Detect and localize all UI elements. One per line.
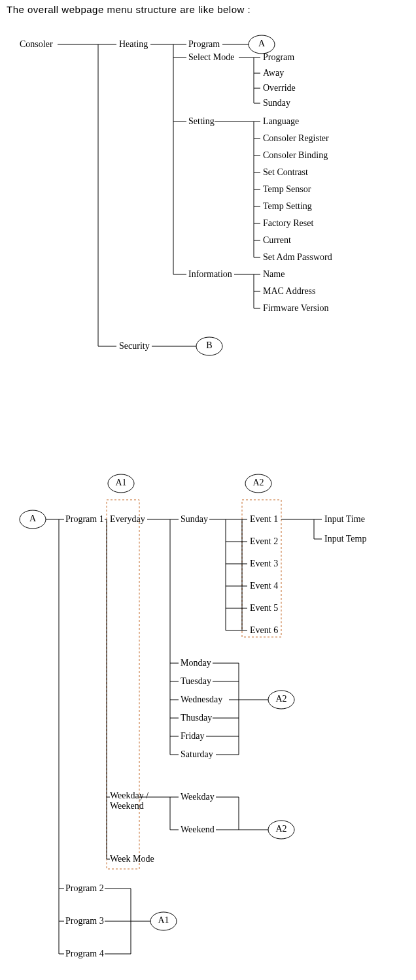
node-ww-weekend: Weekend (181, 825, 215, 835)
node-st-consoler-register: Consoler Register (263, 133, 329, 144)
node-consoler: Consoler (20, 39, 53, 50)
node-in-name: Name (263, 269, 285, 280)
ref-a2-ww: A2 (275, 824, 286, 834)
node-st-temp-sensor: Temp Sensor (263, 184, 311, 195)
node-input-time: Input Time (324, 514, 365, 525)
svg-rect-46 (107, 500, 139, 869)
node-day-sunday: Sunday (181, 514, 208, 525)
node-program: Program (188, 39, 220, 50)
node-day-monday: Monday (181, 658, 211, 668)
node-sm-away: Away (263, 68, 284, 78)
node-program-1: Program 1 (65, 514, 104, 525)
node-st-consoler-binding: Consoler Binding (263, 150, 328, 161)
node-security: Security (119, 341, 150, 351)
node-in-firmware: Firmware Version (263, 303, 328, 314)
node-st-language: Language (263, 116, 299, 127)
node-program-2: Program 2 (65, 883, 104, 894)
node-event-1: Event 1 (250, 514, 278, 525)
node-information: Information (188, 269, 232, 280)
node-select-mode: Select Mode (188, 52, 234, 63)
node-in-mac: MAC Address (263, 286, 316, 297)
node-sm-program: Program (263, 52, 294, 63)
node-day-wednesday: Wednesday (181, 694, 222, 705)
node-week-mode: Week Mode (110, 854, 154, 864)
ref-a-bottom: A (29, 514, 37, 523)
node-day-friday: Friday (181, 731, 205, 742)
node-event-4: Event 4 (250, 581, 278, 591)
node-day-saturday: Saturday (181, 749, 213, 760)
node-event-5: Event 5 (250, 603, 278, 613)
ref-a1-programs: A1 (158, 915, 169, 925)
node-program-4: Program 4 (65, 949, 104, 959)
node-ww-weekday: Weekday (181, 792, 215, 802)
ref-b: B (206, 340, 212, 350)
node-program-3: Program 3 (65, 916, 104, 926)
ref-a1-header: A1 (115, 478, 126, 487)
diagram-page: The overall webpage menu structure are l… (0, 0, 416, 980)
node-everyday: Everyday (110, 514, 145, 525)
node-input-temp: Input Temp (324, 534, 366, 544)
node-st-set-adm-password: Set Adm Password (263, 252, 332, 263)
node-event-3: Event 3 (250, 559, 278, 569)
node-st-current: Current (263, 235, 291, 246)
node-sm-override: Override (263, 83, 296, 93)
ref-a2-header: A2 (252, 478, 264, 487)
node-heating: Heating (119, 39, 148, 50)
node-event-2: Event 2 (250, 536, 278, 547)
ref-a2-days: A2 (275, 694, 286, 704)
node-sm-sunday: Sunday (263, 98, 290, 108)
node-weekday-weekend: Weekday / Weekend (110, 791, 148, 811)
node-st-factory-reset: Factory Reset (263, 218, 313, 229)
node-event-6: Event 6 (250, 625, 278, 636)
node-setting: Setting (188, 116, 215, 127)
node-day-tuesday: Tuesday (181, 676, 211, 687)
node-day-thusday: Thusday (181, 713, 212, 723)
ref-a-top: A (258, 39, 266, 48)
node-st-temp-setting: Temp Setting (263, 201, 312, 212)
node-st-set-contrast: Set Contrast (263, 167, 308, 178)
